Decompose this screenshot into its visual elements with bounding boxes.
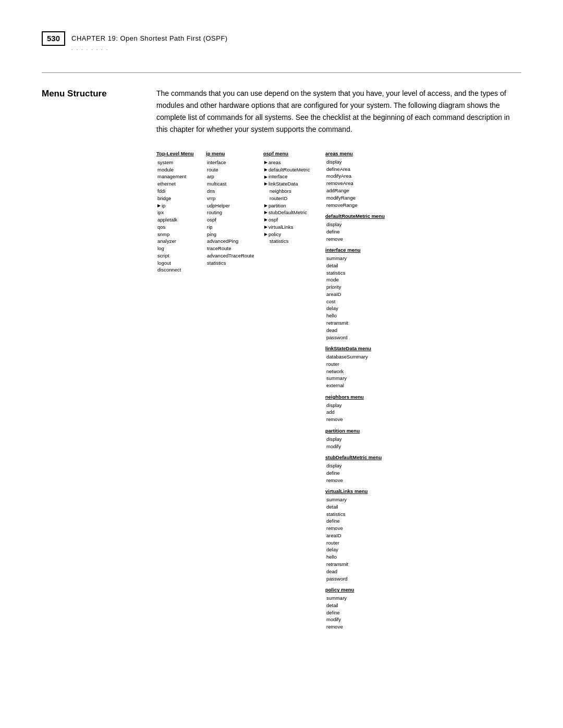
submenu-item: define: [325, 470, 430, 477]
menu-item: statistics: [263, 238, 323, 245]
menu-item: traceRoute: [206, 245, 263, 252]
submenu-item: add: [325, 409, 430, 416]
menu-item-ip: ▶ip: [156, 202, 206, 209]
submenu-item: delay: [325, 305, 430, 312]
ospf-header: ospf menu: [263, 150, 323, 157]
submenu-item: databaseSummary: [325, 353, 430, 361]
interface-menu-header: interface menu: [325, 246, 430, 254]
menu-item: log: [156, 245, 206, 252]
menu-diagram: Top-Level Menu system module management …: [156, 150, 521, 631]
interface-menu-block: interface menu summary detail statistics…: [325, 246, 430, 341]
submenu-item: mode: [325, 276, 430, 283]
menu-item: logout: [156, 260, 206, 267]
menu-item: appletalk: [156, 216, 206, 224]
submenu-item: display: [325, 158, 430, 166]
submenu-item: dead: [325, 568, 430, 575]
menu-item: rip: [206, 224, 263, 231]
menu-item: multicast: [206, 180, 263, 188]
neighbors-menu-block: neighbors menu display add remove: [325, 393, 430, 423]
submenu-item: addRange: [325, 187, 430, 194]
menu-item: routerID: [263, 195, 323, 202]
submenu-item: router: [325, 361, 430, 368]
menu-item: ipx: [156, 209, 206, 216]
defaultroutemetric-menu-block: defaultRouteMetric menu display define r…: [325, 213, 430, 242]
ospf-menu-col: ospf menu ▶areas ▶defaultRouteMetric ▶in…: [263, 150, 323, 245]
submenu-item: remove: [325, 623, 430, 631]
submenu-item: summary: [325, 255, 430, 262]
submenu-item: areaID: [325, 532, 430, 539]
policy-menu-block: policy menu summary detail define modify…: [325, 586, 430, 631]
submenu-item: network: [325, 368, 430, 375]
menu-item: dns: [206, 188, 263, 195]
menu-item: neighbors: [263, 188, 323, 195]
menu-item: ▶stubDefaultMetric: [263, 209, 323, 216]
submenu-item: detail: [325, 262, 430, 269]
neighbors-menu-header: neighbors menu: [325, 393, 430, 401]
menu-item: disconnect: [156, 266, 206, 274]
submenu-item: modify: [325, 616, 430, 623]
submenu-item: define: [325, 517, 430, 525]
menu-item: ospf: [206, 216, 263, 224]
submenu-item: priority: [325, 283, 430, 291]
submenu-item: display: [325, 221, 430, 228]
dots-decoration: · · · · · · · ·: [71, 46, 228, 53]
submenu-item: retransmit: [325, 319, 430, 327]
menu-item: ▶areas: [263, 159, 323, 166]
submenu-item: router: [325, 539, 430, 547]
menu-item: snmp: [156, 231, 206, 238]
chapter-label: Chapter 19:: [71, 34, 118, 42]
submenu-item: summary: [325, 595, 430, 602]
submenu-item: statistics: [325, 511, 430, 518]
submenu-item: password: [325, 575, 430, 583]
virtuallinks-menu-header: virtualLinks menu: [325, 488, 430, 495]
menu-item: script: [156, 252, 206, 260]
menu-item: ▶virtualLinks: [263, 224, 323, 231]
menu-item: analyzer: [156, 238, 206, 245]
submenu-item: modify: [325, 443, 430, 450]
menu-item: ▶policy: [263, 231, 323, 238]
submenu-item: summary: [325, 375, 430, 382]
partition-menu-header: partition menu: [325, 427, 430, 435]
menu-item: management: [156, 173, 206, 180]
linkstatedata-menu-block: linkStateData menu databaseSummary route…: [325, 345, 430, 389]
menu-item: module: [156, 166, 206, 174]
submenu-item: password: [325, 334, 430, 341]
virtuallinks-menu-block: virtualLinks menu summary detail statist…: [325, 488, 430, 582]
chapter-title-text: Open Shortest Path First (OSPF): [120, 34, 227, 42]
menu-item: routing: [206, 209, 263, 216]
submenu-item: display: [325, 436, 430, 443]
section-body: The commands that you can use depend on …: [156, 88, 521, 631]
menu-item: ▶ospf: [263, 216, 323, 224]
menu-item: fddi: [156, 188, 206, 195]
page-container: 530 Chapter 19: Open Shortest Path First…: [0, 0, 563, 728]
submenu-item: remove: [325, 416, 430, 423]
submenu-item: display: [325, 402, 430, 409]
submenu-item: display: [325, 462, 430, 470]
defaultroutemetric-menu-header: defaultRouteMetric menu: [325, 213, 430, 220]
areas-menu-block: areas menu display defineArea modifyArea…: [325, 150, 430, 208]
submenu-item: detail: [325, 602, 430, 609]
submenu-item: statistics: [325, 269, 430, 277]
intro-text: The commands that you can use depend on …: [156, 88, 521, 135]
menu-item: interface: [206, 159, 263, 166]
menu-item: ▶linkStateData: [263, 180, 323, 188]
submenu-item: hello: [325, 553, 430, 561]
linkstatedata-menu-header: linkStateData menu: [325, 345, 430, 352]
toplevel-header: Top-Level Menu: [156, 150, 206, 157]
menu-item: arp: [206, 173, 263, 180]
section-title: Menu Structure: [42, 88, 141, 631]
menu-item: ▶partition: [263, 202, 323, 209]
page-header: 530 Chapter 19: Open Shortest Path First…: [42, 31, 521, 57]
submenu-item: defineArea: [325, 166, 430, 173]
menu-item: ethernet: [156, 180, 206, 188]
submenu-item: areaID: [325, 291, 430, 298]
menu-item: advancedPing: [206, 238, 263, 245]
toplevel-menu-col: Top-Level Menu system module management …: [156, 150, 206, 274]
submenu-item: define: [325, 609, 430, 616]
right-submenus: areas menu display defineArea modifyArea…: [325, 150, 430, 631]
submenu-item: retransmit: [325, 561, 430, 568]
submenu-item: external: [325, 382, 430, 389]
submenu-item: modifyArea: [325, 172, 430, 180]
menu-item: advancedTraceRoute: [206, 252, 263, 260]
ip-menu-col: ip menu interface route arp multicast dn…: [206, 150, 263, 266]
